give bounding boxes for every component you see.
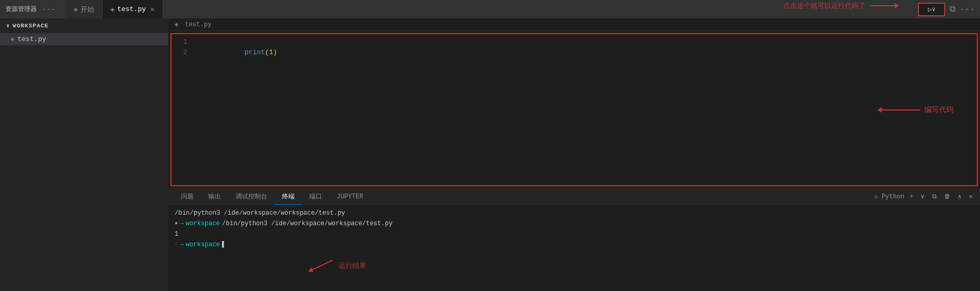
code-editor[interactable]: 1 2 print(1) 编写代码 — [168, 31, 980, 188]
editor-file-header: ◈ test.py — [168, 18, 980, 31]
tab-testpy-label: test.py — [117, 5, 146, 13]
annotation-result-text: 运行结果 — [339, 260, 366, 271]
panel-tab-issues[interactable]: 问题 — [174, 189, 201, 205]
terminal-content[interactable]: /bin/python3 /ide/workspace/workspace/te… — [168, 205, 980, 291]
terminal-line-1: /bin/python3 /ide/workspace/workspace/te… — [175, 208, 974, 218]
main-area: ∨ WORKSPACE ◈ test.py ◈ test.py 1 2 prin… — [0, 18, 980, 291]
code-line-2 — [195, 68, 974, 79]
term-workspace-1: workspace — [186, 218, 220, 229]
file-icon: ◈ — [11, 35, 14, 43]
panel-plus-button[interactable]: + — [907, 193, 915, 201]
workspace-chevron-icon: ∨ — [6, 23, 10, 29]
tab-testpy[interactable]: ◈ test.py ✕ — [103, 0, 163, 18]
panel-tab-jupyter[interactable]: JUPYTER — [329, 189, 370, 205]
term-workspace-2: workspace — [186, 239, 220, 250]
panel-tab-ports[interactable]: 端口 — [302, 189, 329, 205]
tab-close-button[interactable]: ✕ — [150, 5, 154, 14]
terminal-run-icon: ▷ — [875, 193, 878, 200]
explorer-more-button[interactable]: ··· — [42, 5, 55, 14]
editor-file-icon: ◈ — [175, 21, 178, 28]
editor-file-label: test.py — [185, 21, 211, 28]
line-numbers: 1 2 — [171, 37, 193, 183]
line-number-2: 2 — [177, 47, 187, 58]
editor-area: ◈ test.py 1 2 print(1) — [168, 18, 980, 291]
term-arrow-2: → — [180, 239, 184, 250]
term-dot-indicator: ● — [175, 218, 178, 229]
code-line-1: print(1) — [195, 37, 974, 68]
panel-close-button[interactable]: ✕ — [967, 192, 975, 201]
panel-tab-terminal[interactable]: 终端 — [275, 189, 302, 205]
tab-start-label: 开始 — [80, 5, 94, 14]
run-button[interactable]: ▷ ∨ — [918, 3, 945, 16]
terminal-line-2: ● → workspace /bin/python3 /ide/workspac… — [175, 218, 974, 229]
testpy-tab-icon: ◈ — [110, 5, 115, 14]
panel-trash-button[interactable]: 🗑 — [942, 192, 953, 201]
term-arrow-1: → — [180, 218, 184, 229]
line-number-1: 1 — [177, 37, 187, 47]
terminal-line-3: 1 — [175, 229, 974, 239]
annotation-run-text: 点击这个就可以运行代码了 — [783, 1, 865, 11]
term-output: 1 — [175, 229, 178, 239]
title-bar-right: 点击这个就可以运行代码了 ▷ ∨ ⧉ ··· — [918, 3, 975, 16]
term-path-1: /bin/python3 /ide/workspace/workspace/te… — [175, 208, 345, 218]
panel-python-label: Python — [882, 193, 904, 200]
annotation-result: 运行结果 — [308, 260, 366, 271]
sidebar: ∨ WORKSPACE ◈ test.py — [0, 18, 168, 291]
play-icon: ▷ — [928, 5, 932, 14]
sidebar-file-label: test.py — [17, 35, 46, 43]
panel-tab-debug[interactable]: 调试控制台 — [228, 189, 275, 205]
panel-tabs: 问题 输出 调试控制台 终端 端口 JUPYTER ▷ Python + ∨ ⧉… — [168, 189, 980, 205]
explorer-label: 资源管理器 — [5, 5, 37, 14]
tab-start[interactable]: ❖ 开始 — [66, 0, 103, 18]
term-command-1: /bin/python3 /ide/workspace/workspace/te… — [222, 218, 392, 229]
split-editor-icon[interactable]: ⧉ — [949, 4, 955, 14]
workspace-header: ∨ WORKSPACE — [0, 18, 168, 33]
start-tab-icon: ❖ — [74, 5, 78, 14]
title-bar: 资源管理器 ··· ❖ 开始 ◈ test.py ✕ 点击这个就可以运行代码了 … — [0, 0, 980, 18]
panel-up-button[interactable]: ∧ — [956, 192, 964, 201]
sidebar-item-testpy[interactable]: ◈ test.py — [0, 33, 168, 45]
term-circle-indicator: ○ — [175, 239, 178, 250]
run-chevron-icon: ∨ — [932, 6, 936, 13]
term-cursor: ▌ — [222, 239, 226, 250]
tab-group: ❖ 开始 ◈ test.py ✕ — [66, 0, 163, 18]
panel: 问题 输出 调试控制台 终端 端口 JUPYTER ▷ Python + ∨ ⧉… — [168, 188, 980, 291]
workspace-label: WORKSPACE — [13, 23, 48, 29]
panel-chevron-button[interactable]: ∨ — [918, 192, 926, 201]
code-close-paren: ) — [273, 48, 277, 56]
code-editor-inner[interactable]: 1 2 print(1) — [170, 33, 978, 186]
panel-split-button[interactable]: ⧉ — [930, 193, 939, 201]
terminal-line-4: ○ → workspace ▌ — [175, 239, 974, 250]
title-bar-more-icon[interactable]: ··· — [959, 5, 975, 14]
panel-tab-output[interactable]: 输出 — [201, 189, 228, 205]
code-content[interactable]: print(1) — [193, 37, 977, 183]
panel-right-controls: ▷ Python + ∨ ⧉ 🗑 ∧ ✕ — [875, 192, 975, 201]
code-print-keyword: print — [245, 48, 265, 56]
